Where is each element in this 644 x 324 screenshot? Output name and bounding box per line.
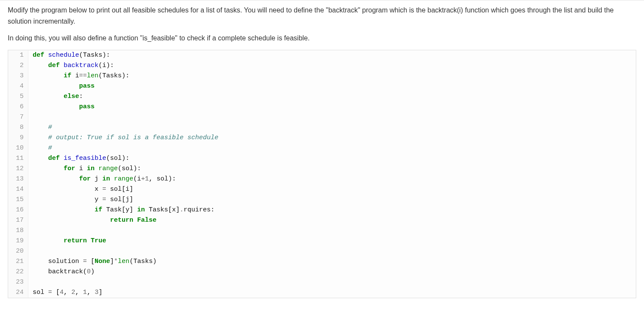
code-line: 6 pass (8, 102, 636, 112)
line-number: 6 (8, 102, 28, 112)
code-line: 15 y = sol[j] (8, 195, 636, 205)
code-line: 13 for j in range(i+1, sol): (8, 174, 636, 184)
line-number: 19 (8, 236, 28, 246)
code-content (28, 277, 37, 287)
code-line: 14 x = sol[i] (8, 184, 636, 195)
line-number: 24 (8, 287, 28, 298)
code-line: 5 else: (8, 92, 636, 102)
code-content (28, 226, 37, 236)
code-line: 20 (8, 246, 636, 257)
code-content: y = sol[j] (28, 195, 133, 205)
line-number: 8 (8, 122, 28, 133)
line-number: 4 (8, 81, 28, 92)
code-line: 3 if i==len(Tasks): (8, 71, 636, 81)
code-line: 12 for i in range(sol): (8, 164, 636, 174)
line-number: 5 (8, 92, 28, 102)
line-number: 3 (8, 71, 28, 81)
code-line: 19 return True (8, 236, 636, 246)
code-content: return True (28, 236, 106, 246)
line-number: 20 (8, 246, 28, 257)
line-number: 17 (8, 215, 28, 226)
code-line: 11 def is_feasible(sol): (8, 153, 636, 164)
code-content: for j in range(i+1, sol): (28, 174, 176, 184)
line-number: 1 (8, 50, 28, 61)
line-number: 11 (8, 153, 28, 164)
line-number: 15 (8, 195, 28, 205)
code-content: return False (28, 215, 156, 226)
page-container: Modify the program below to print out al… (0, 0, 644, 298)
code-block: 1def schedule(Tasks):2 def backtrack(i):… (8, 50, 636, 298)
line-number: 9 (8, 133, 28, 143)
code-content: # (28, 122, 52, 133)
line-number: 7 (8, 112, 28, 122)
code-line: 7 (8, 112, 636, 122)
code-content: solution = [None]*len(Tasks) (28, 257, 156, 267)
code-content: if Task[y] in Tasks[x].rquires: (28, 205, 215, 215)
code-line: 1def schedule(Tasks): (8, 50, 636, 61)
code-content: else: (28, 92, 83, 102)
code-content: for i in range(sol): (28, 164, 141, 174)
code-line: 22 backtrack(0) (8, 267, 636, 277)
code-line: 21 solution = [None]*len(Tasks) (8, 257, 636, 267)
code-line: 8 # (8, 122, 636, 133)
code-line: 18 (8, 226, 636, 236)
line-number: 13 (8, 174, 28, 184)
line-number: 23 (8, 277, 28, 287)
code-line: 4 pass (8, 81, 636, 92)
code-content (28, 112, 37, 122)
code-content: if i==len(Tasks): (28, 71, 129, 81)
line-number: 21 (8, 257, 28, 267)
line-number: 22 (8, 267, 28, 277)
code-content: # output: True if sol is a feasible sche… (28, 133, 218, 143)
code-content: def schedule(Tasks): (28, 50, 110, 61)
code-content: pass (28, 81, 95, 92)
line-number: 10 (8, 143, 28, 153)
code-line: 17 return False (8, 215, 636, 226)
code-line: 16 if Task[y] in Tasks[x].rquires: (8, 205, 636, 215)
code-content: # (28, 143, 52, 153)
code-line: 2 def backtrack(i): (8, 61, 636, 71)
code-content: sol = [4, 2, 1, 3] (28, 287, 102, 298)
line-number: 12 (8, 164, 28, 174)
code-content: x = sol[i] (28, 184, 133, 195)
problem-description-2: In doing this, you will also define a fu… (8, 33, 636, 44)
code-line: 10 # (8, 143, 636, 153)
code-content: pass (28, 102, 95, 112)
code-line: 9 # output: True if sol is a feasible sc… (8, 133, 636, 143)
problem-description-1: Modify the program below to print out al… (8, 5, 636, 27)
code-content: def backtrack(i): (28, 61, 114, 71)
line-number: 16 (8, 205, 28, 215)
code-line: 23 (8, 277, 636, 287)
code-content (28, 246, 37, 257)
line-number: 2 (8, 61, 28, 71)
line-number: 14 (8, 184, 28, 195)
code-content: backtrack(0) (28, 267, 95, 277)
code-content: def is_feasible(sol): (28, 153, 129, 164)
line-number: 18 (8, 226, 28, 236)
code-line: 24sol = [4, 2, 1, 3] (8, 287, 636, 298)
